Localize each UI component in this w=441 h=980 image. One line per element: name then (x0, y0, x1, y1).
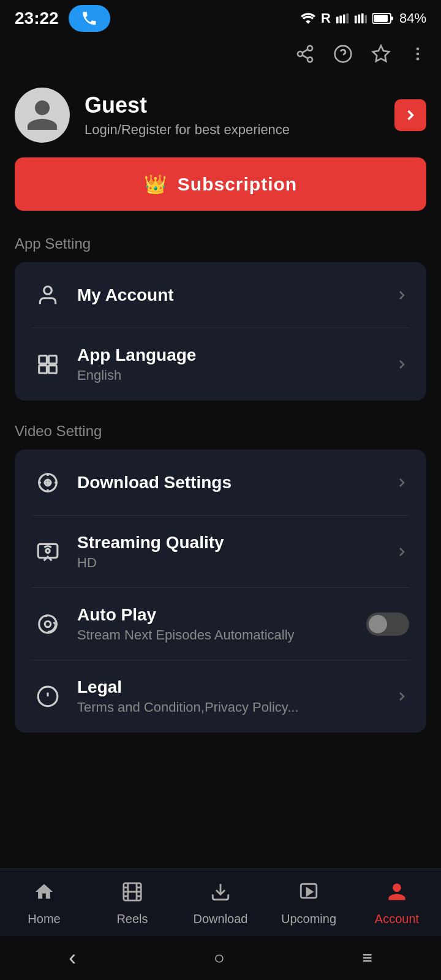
legal-subtitle: Terms and Condition,Privacy Policy... (77, 699, 394, 715)
auto-play-content: Auto Play Stream Next Episodes Automatic… (77, 605, 366, 643)
download-settings-chevron (394, 475, 409, 490)
auto-play-item[interactable]: Auto Play Stream Next Episodes Automatic… (15, 588, 426, 660)
star-icon[interactable] (371, 44, 391, 68)
streaming-quality-subtitle: HD (77, 555, 394, 571)
profile-subtitle: Login/Register for best experience (85, 122, 380, 138)
app-language-icon (32, 349, 64, 380)
toggle-knob (369, 615, 387, 633)
svg-rect-4 (355, 15, 357, 23)
status-time: 23:22 (15, 9, 59, 28)
auto-play-icon (32, 608, 64, 640)
download-settings-icon (32, 467, 64, 499)
svg-rect-26 (49, 366, 57, 374)
svg-rect-7 (364, 15, 367, 24)
svg-point-12 (298, 51, 303, 56)
app-setting-card: My Account App Language English (15, 262, 426, 401)
download-icon (210, 881, 231, 907)
my-account-chevron (394, 288, 409, 303)
more-options-icon[interactable] (409, 45, 426, 67)
my-account-icon (32, 279, 64, 311)
auto-play-toggle-container (366, 612, 409, 636)
svg-point-22 (44, 287, 52, 295)
avatar (15, 88, 70, 143)
svg-rect-0 (336, 17, 339, 23)
home-icon (34, 881, 55, 907)
svg-rect-3 (346, 13, 349, 24)
my-account-content: My Account (77, 285, 394, 305)
system-navigation: ‹ ○ ≡ (0, 936, 441, 980)
back-button[interactable]: ‹ (59, 935, 86, 980)
legal-item[interactable]: Legal Terms and Condition,Privacy Policy… (15, 660, 426, 733)
bottom-navigation: Home Reels Download (0, 869, 441, 936)
auto-play-subtitle: Stream Next Episodes Automatically (77, 627, 366, 643)
nav-item-home[interactable]: Home (13, 881, 75, 926)
video-setting-card: Download Settings Streaming Quality HD (15, 450, 426, 733)
recents-button[interactable]: ≡ (352, 938, 382, 978)
app-setting-header: App Setting (0, 230, 441, 262)
home-label: Home (28, 912, 60, 926)
app-language-chevron (394, 357, 409, 372)
app-language-item[interactable]: App Language English (15, 328, 426, 401)
account-label: Account (375, 912, 419, 926)
app-language-content: App Language English (77, 345, 394, 383)
download-settings-item[interactable]: Download Settings (15, 450, 426, 516)
svg-rect-5 (358, 15, 360, 24)
svg-point-11 (307, 46, 312, 51)
auto-play-title: Auto Play (77, 605, 366, 625)
svg-point-20 (417, 53, 420, 56)
svg-point-21 (417, 58, 420, 61)
profile-name: Guest (85, 92, 380, 118)
status-bar: 23:22 R 84 (0, 0, 441, 34)
svg-line-15 (302, 50, 307, 53)
svg-rect-23 (39, 356, 47, 364)
help-icon[interactable] (333, 44, 353, 68)
network-indicator: R (321, 10, 331, 26)
battery-percent: 84% (399, 10, 426, 26)
subscription-label: Subscription (178, 174, 297, 195)
legal-chevron (394, 689, 409, 704)
svg-line-14 (302, 55, 307, 58)
reels-label: Reels (116, 912, 148, 926)
svg-point-13 (307, 57, 312, 62)
svg-rect-25 (39, 366, 47, 374)
reels-icon (122, 881, 143, 907)
svg-marker-18 (373, 46, 390, 61)
profile-section: Guest Login/Register for best experience (0, 78, 441, 157)
streaming-quality-chevron (394, 545, 409, 559)
svg-point-19 (417, 48, 420, 51)
auto-play-toggle[interactable] (366, 612, 409, 636)
upcoming-icon (298, 881, 319, 907)
svg-rect-10 (374, 15, 388, 22)
nav-item-download[interactable]: Download (190, 881, 251, 926)
streaming-quality-icon (32, 536, 64, 568)
upcoming-label: Upcoming (281, 912, 336, 926)
share-icon[interactable] (295, 44, 315, 68)
svg-marker-45 (307, 888, 312, 895)
account-icon (386, 881, 407, 907)
my-account-item[interactable]: My Account (15, 262, 426, 328)
nav-item-reels[interactable]: Reels (102, 881, 163, 926)
call-button[interactable] (69, 5, 110, 32)
app-language-subtitle: English (77, 368, 394, 383)
legal-icon (32, 680, 64, 712)
streaming-quality-content: Streaming Quality HD (77, 533, 394, 571)
my-account-title: My Account (77, 285, 394, 305)
download-label: Download (194, 912, 248, 926)
top-action-bar (0, 34, 441, 78)
nav-item-account[interactable]: Account (366, 881, 428, 926)
video-setting-header: Video Setting (0, 418, 441, 450)
subscription-button[interactable]: 👑 Subscription (15, 157, 426, 211)
download-settings-content: Download Settings (77, 473, 394, 492)
profile-arrow-button[interactable] (394, 99, 426, 131)
svg-point-30 (46, 549, 50, 552)
streaming-quality-item[interactable]: Streaming Quality HD (15, 516, 426, 588)
home-button[interactable]: ○ (204, 938, 235, 978)
svg-rect-2 (343, 15, 345, 24)
streaming-quality-title: Streaming Quality (77, 533, 394, 552)
status-icons: R 84% (300, 10, 426, 26)
svg-rect-24 (49, 356, 57, 364)
crown-icon: 👑 (144, 173, 167, 195)
svg-rect-9 (391, 17, 393, 20)
nav-item-upcoming[interactable]: Upcoming (278, 881, 339, 926)
legal-content: Legal Terms and Condition,Privacy Policy… (77, 677, 394, 715)
